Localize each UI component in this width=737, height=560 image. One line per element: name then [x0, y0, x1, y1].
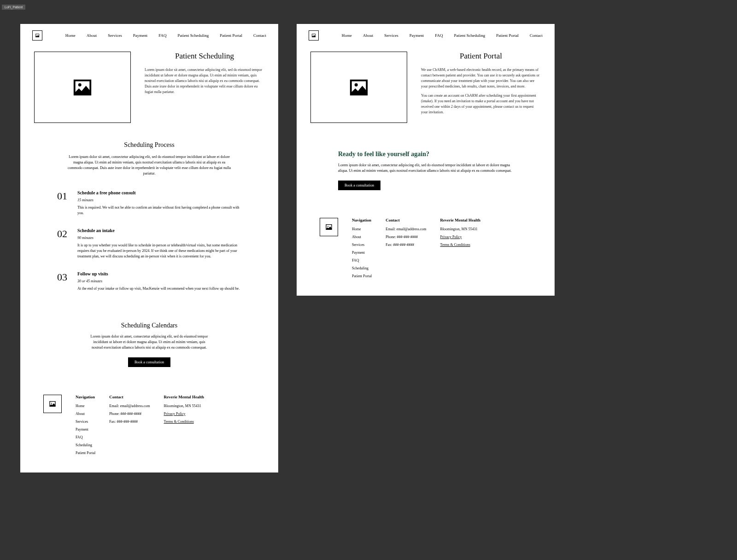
footer-contact-title: Contact: [386, 218, 426, 222]
step-desc: At the end of your intake or follow up v…: [77, 286, 240, 292]
nav-link[interactable]: FAQ: [158, 33, 166, 38]
nav-link[interactable]: Patient Portal: [496, 33, 519, 38]
image-icon: [72, 77, 93, 98]
terms-link[interactable]: Terms & Conditions: [440, 243, 480, 247]
nav-link[interactable]: Payment: [409, 33, 424, 38]
footer-1: Navigation HomeAboutServicesPayment FAQS…: [20, 385, 278, 472]
company-address: Bloomington, MN 55431: [164, 404, 204, 408]
nav-link[interactable]: Patient Scheduling: [178, 33, 209, 38]
contact-phone: Phone: ###-###-####: [109, 412, 150, 416]
footer-link[interactable]: Payment: [76, 427, 95, 432]
image-icon: [311, 33, 316, 38]
book-consultation-button[interactable]: Book a consultation: [128, 357, 170, 367]
step-desc: This is required. We will not be able to…: [77, 205, 241, 216]
step-number: 02: [57, 228, 71, 259]
svg-point-4: [355, 83, 358, 86]
contact-email: Email: email@address.com: [386, 227, 426, 231]
footer-2: Navigation HomeAboutServicesPayment FAQS…: [297, 209, 555, 296]
logo-placeholder: [309, 30, 319, 41]
design-canvas: HomeAboutServicesPaymentFAQPatient Sched…: [2, 10, 735, 491]
nav-link[interactable]: Home: [342, 33, 352, 38]
footer-link[interactable]: FAQ: [76, 435, 95, 439]
footer-contact: Contact Email: email@address.com Phone: …: [386, 218, 426, 282]
footer-link[interactable]: Payment: [352, 251, 372, 255]
hero-section: Patient Scheduling Lorem ipsum dolor sit…: [20, 47, 278, 137]
step-item: 03 Follow up visits 30 or 45 minutes At …: [57, 271, 241, 292]
hero-body: Lorem ipsum dolor sit amet, consectetur …: [145, 67, 264, 95]
terms-link[interactable]: Terms & Conditions: [164, 420, 204, 424]
footer-company: Reverie Mental Health Bloomington, MN 55…: [164, 395, 204, 459]
calendars-title: Scheduling Calendars: [89, 322, 209, 329]
privacy-link[interactable]: Privacy Policy: [440, 235, 480, 239]
nav-link[interactable]: Contact: [530, 33, 543, 38]
process-section: Scheduling Process Lorem ipsum dolor sit…: [20, 137, 278, 186]
nav-link[interactable]: Home: [65, 33, 76, 38]
nav-link[interactable]: Services: [108, 33, 122, 38]
contact-phone: Phone: ###-###-####: [386, 235, 426, 239]
contact-fax: Fax: ###-###-####: [386, 243, 426, 247]
top-nav: HomeAboutServicesPaymentFAQPatient Sched…: [297, 24, 555, 47]
nav-link[interactable]: Patient Scheduling: [454, 33, 485, 38]
hero-section: Patient Portal We use ChARM, a web-based…: [297, 47, 555, 137]
step-duration: 30 or 45 minutes: [77, 279, 240, 283]
steps-list: 01 Schedule a free phone consult 15 minu…: [20, 186, 278, 317]
step-item: 02 Schedule an intake 90 minutes It is u…: [57, 228, 241, 259]
footer-link[interactable]: Home: [352, 227, 372, 231]
footer-link[interactable]: Services: [352, 243, 372, 247]
footer-link[interactable]: Patient Portal: [76, 451, 95, 455]
logo-placeholder: [32, 30, 42, 41]
footer-company-title: Reverie Mental Health: [164, 395, 204, 399]
footer-link[interactable]: About: [76, 412, 95, 416]
footer-link[interactable]: Home: [76, 404, 95, 408]
nav-links-2: HomeAboutServicesPaymentFAQPatient Sched…: [329, 33, 543, 38]
feel-section: Ready to feel like yourself again? Lorem…: [297, 137, 555, 209]
step-duration: 15 minutes: [77, 198, 241, 202]
nav-link[interactable]: About: [363, 33, 374, 38]
nav-links-1: HomeAboutServicesPaymentFAQPatient Sched…: [53, 33, 266, 38]
step-number: 01: [57, 190, 71, 216]
footer-logo: [320, 218, 338, 282]
svg-point-1: [78, 83, 82, 86]
nav-link[interactable]: Payment: [133, 33, 148, 38]
hero-p1: We use ChARM, a web-based electronic hea…: [421, 67, 541, 89]
footer-contact: Contact Email: email@address.com Phone: …: [109, 395, 150, 459]
top-nav: HomeAboutServicesPaymentFAQPatient Sched…: [20, 24, 278, 47]
footer-nav-title: Navigation: [352, 218, 372, 222]
image-icon: [49, 400, 56, 408]
svg-point-3: [313, 35, 313, 35]
contact-email: Email: email@address.com: [109, 404, 150, 408]
footer-link[interactable]: Scheduling: [76, 443, 95, 447]
hero-title: Patient Scheduling: [145, 52, 264, 61]
nav-link[interactable]: Services: [384, 33, 398, 38]
hero-title: Patient Portal: [421, 52, 541, 61]
svg-point-5: [328, 226, 328, 227]
feel-title: Ready to feel like yourself again?: [338, 151, 513, 158]
nav-link[interactable]: Patient Portal: [220, 33, 242, 38]
design-tab: LoFi_Patient: [2, 5, 25, 10]
footer-company-title: Reverie Mental Health: [440, 218, 480, 222]
nav-link[interactable]: Contact: [253, 33, 266, 38]
footer-link[interactable]: Services: [76, 420, 95, 424]
page-patient-scheduling: HomeAboutServicesPaymentFAQPatient Sched…: [20, 24, 278, 472]
hero-image: [310, 52, 407, 123]
nav-link[interactable]: About: [87, 33, 97, 38]
company-address: Bloomington, MN 55431: [440, 227, 480, 231]
footer-link[interactable]: About: [352, 235, 372, 239]
page-patient-portal: HomeAboutServicesPaymentFAQPatient Sched…: [297, 24, 555, 296]
footer-contact-title: Contact: [109, 395, 150, 399]
image-icon: [325, 223, 333, 231]
book-consultation-button[interactable]: Book a consultation: [338, 181, 380, 190]
hero-image: [34, 52, 131, 123]
nav-link[interactable]: FAQ: [435, 33, 443, 38]
privacy-link[interactable]: Privacy Policy: [164, 412, 204, 416]
footer-link[interactable]: Scheduling: [352, 266, 372, 270]
image-icon: [35, 33, 40, 38]
footer-link[interactable]: FAQ: [352, 258, 372, 262]
step-item: 01 Schedule a free phone consult 15 minu…: [57, 190, 241, 216]
footer-nav-title: Navigation: [76, 395, 95, 399]
feel-body: Lorem ipsum dolor sit amet, consectetur …: [338, 163, 513, 174]
step-title: Schedule a free phone consult: [77, 190, 241, 195]
footer-company: Reverie Mental Health Bloomington, MN 55…: [440, 218, 480, 282]
hero-p2: You can create an account on ChARM after…: [421, 93, 541, 115]
footer-link[interactable]: Patient Portal: [352, 274, 372, 278]
